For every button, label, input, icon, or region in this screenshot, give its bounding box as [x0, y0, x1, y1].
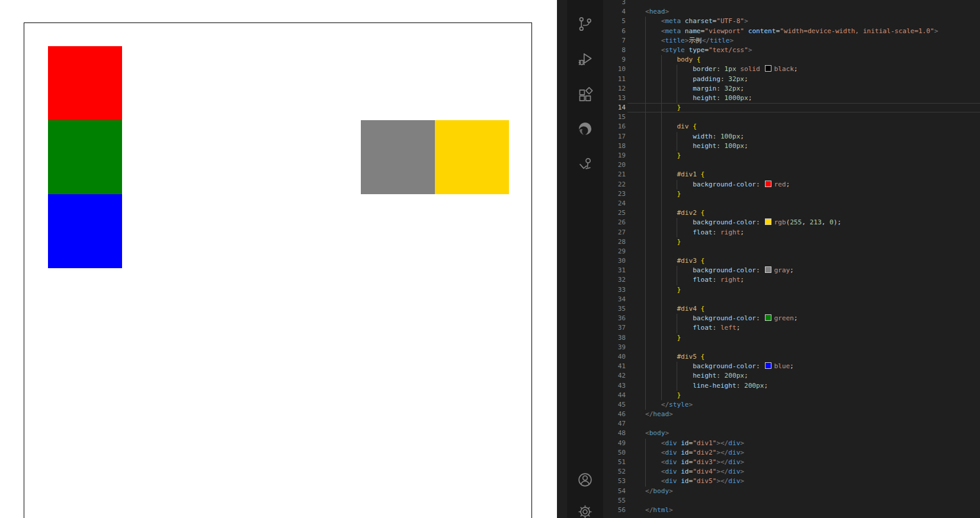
- line-number[interactable]: 33: [603, 285, 629, 295]
- line-number[interactable]: 31: [603, 266, 629, 275]
- line-number[interactable]: 14: [603, 103, 629, 112]
- assistant-icon[interactable]: [577, 156, 593, 172]
- line-number[interactable]: 45: [603, 400, 629, 410]
- code-line[interactable]: 9 body {: [603, 55, 980, 65]
- code-line[interactable]: 6 <meta name="viewport" content="width=d…: [603, 27, 980, 36]
- code-line[interactable]: 45 </style>: [603, 400, 980, 410]
- code-line[interactable]: 30 #div3 {: [603, 256, 980, 266]
- code-line[interactable]: 55: [603, 496, 980, 506]
- line-number[interactable]: 3: [603, 0, 629, 7]
- code-line[interactable]: 12 margin: 32px;: [603, 84, 980, 94]
- line-number[interactable]: 10: [603, 65, 629, 74]
- line-number[interactable]: 25: [603, 208, 629, 218]
- run-and-debug-icon[interactable]: [577, 52, 593, 67]
- line-number[interactable]: 18: [603, 141, 629, 151]
- line-number[interactable]: 9: [603, 55, 629, 65]
- code-line[interactable]: 33 }: [603, 285, 980, 295]
- code-line[interactable]: 53 <div id="div5"></div>: [603, 477, 980, 486]
- line-number[interactable]: 52: [603, 467, 629, 477]
- line-number[interactable]: 39: [603, 343, 629, 352]
- code-line[interactable]: 7 <title>示例</title>: [603, 36, 980, 46]
- code-line[interactable]: 25 #div2 {: [603, 208, 980, 218]
- line-number[interactable]: 27: [603, 228, 629, 237]
- line-number[interactable]: 13: [603, 94, 629, 103]
- code-line[interactable]: 15: [603, 112, 980, 122]
- line-number[interactable]: 41: [603, 362, 629, 371]
- code-line[interactable]: 42 height: 200px;: [603, 371, 980, 381]
- code-line[interactable]: 43 line-height: 200px;: [603, 381, 980, 391]
- line-number[interactable]: 36: [603, 314, 629, 323]
- account-icon[interactable]: [577, 472, 593, 488]
- code-line[interactable]: 13 height: 1000px;: [603, 94, 980, 103]
- line-number[interactable]: 50: [603, 448, 629, 458]
- line-number[interactable]: 26: [603, 218, 629, 227]
- line-number[interactable]: 37: [603, 323, 629, 333]
- settings-gear-icon[interactable]: [577, 504, 593, 518]
- line-number[interactable]: 5: [603, 17, 629, 26]
- line-number[interactable]: 54: [603, 487, 629, 496]
- code-line[interactable]: 20: [603, 160, 980, 170]
- code-line[interactable]: 38 }: [603, 333, 980, 343]
- code-line[interactable]: 26 background-color: rgb(255, 213, 0);: [603, 218, 980, 227]
- color-swatch[interactable]: [765, 218, 771, 225]
- line-number[interactable]: 51: [603, 458, 629, 467]
- code-line[interactable]: 27 float: right;: [603, 228, 980, 237]
- line-number[interactable]: 38: [603, 333, 629, 343]
- code-line[interactable]: 34: [603, 295, 980, 304]
- code-line[interactable]: 35 #div4 {: [603, 304, 980, 314]
- line-number[interactable]: 4: [603, 7, 629, 17]
- source-control-icon[interactable]: [577, 16, 593, 32]
- code-line[interactable]: 22 background-color: red;: [603, 180, 980, 189]
- line-number[interactable]: 44: [603, 391, 629, 400]
- color-swatch[interactable]: [765, 65, 771, 72]
- code-line[interactable]: 8 <style type="text/css">: [603, 46, 980, 55]
- code-line[interactable]: 51 <div id="div3"></div>: [603, 458, 980, 467]
- line-number[interactable]: 8: [603, 46, 629, 55]
- extensions-icon[interactable]: [577, 87, 593, 103]
- code-line[interactable]: 28 }: [603, 237, 980, 247]
- code-line[interactable]: 17 width: 100px;: [603, 132, 980, 141]
- line-number[interactable]: 21: [603, 170, 629, 179]
- line-number[interactable]: 17: [603, 132, 629, 141]
- line-number[interactable]: 29: [603, 247, 629, 256]
- code-line[interactable]: 24: [603, 199, 980, 208]
- code-line[interactable]: 3: [603, 0, 980, 7]
- color-swatch[interactable]: [765, 266, 771, 273]
- color-swatch[interactable]: [765, 181, 771, 187]
- line-number[interactable]: 56: [603, 506, 629, 515]
- line-number[interactable]: 23: [603, 189, 629, 199]
- line-number[interactable]: 46: [603, 410, 629, 419]
- line-number[interactable]: 48: [603, 429, 629, 438]
- line-number[interactable]: 53: [603, 477, 629, 486]
- color-swatch[interactable]: [765, 314, 771, 321]
- code-line[interactable]: 52 <div id="div4"></div>: [603, 467, 980, 477]
- line-number[interactable]: 42: [603, 371, 629, 381]
- code-editor[interactable]: 34<head>5 <meta charset="UTF-8">6 <meta …: [603, 0, 980, 518]
- code-line[interactable]: 50 <div id="div2"></div>: [603, 448, 980, 458]
- code-line[interactable]: 10 border: 1px solid black;: [603, 65, 980, 74]
- line-number[interactable]: 24: [603, 199, 629, 208]
- color-swatch[interactable]: [765, 362, 771, 369]
- line-number[interactable]: 12: [603, 84, 629, 94]
- code-line[interactable]: 18 height: 100px;: [603, 141, 980, 151]
- line-number[interactable]: 20: [603, 160, 629, 170]
- code-line[interactable]: 14 }: [603, 103, 980, 112]
- line-number[interactable]: 35: [603, 304, 629, 314]
- code-line[interactable]: 39: [603, 343, 980, 352]
- code-line[interactable]: 32 float: right;: [603, 275, 980, 285]
- line-number[interactable]: 32: [603, 275, 629, 285]
- code-line[interactable]: 21 #div1 {: [603, 170, 980, 179]
- code-line[interactable]: 54</body>: [603, 487, 980, 496]
- code-line[interactable]: 41 background-color: blue;: [603, 362, 980, 371]
- line-number[interactable]: 55: [603, 496, 629, 506]
- code-line[interactable]: 4<head>: [603, 7, 980, 17]
- line-number[interactable]: 19: [603, 151, 629, 160]
- line-number[interactable]: 34: [603, 295, 629, 304]
- code-line[interactable]: 37 float: left;: [603, 323, 980, 333]
- code-line[interactable]: 49 <div id="div1"></div>: [603, 439, 980, 448]
- code-line[interactable]: 5 <meta charset="UTF-8">: [603, 17, 980, 26]
- code-line[interactable]: 56</html>: [603, 506, 980, 515]
- code-line[interactable]: 48<body>: [603, 429, 980, 438]
- code-line[interactable]: 29: [603, 247, 980, 256]
- line-number[interactable]: 11: [603, 75, 629, 84]
